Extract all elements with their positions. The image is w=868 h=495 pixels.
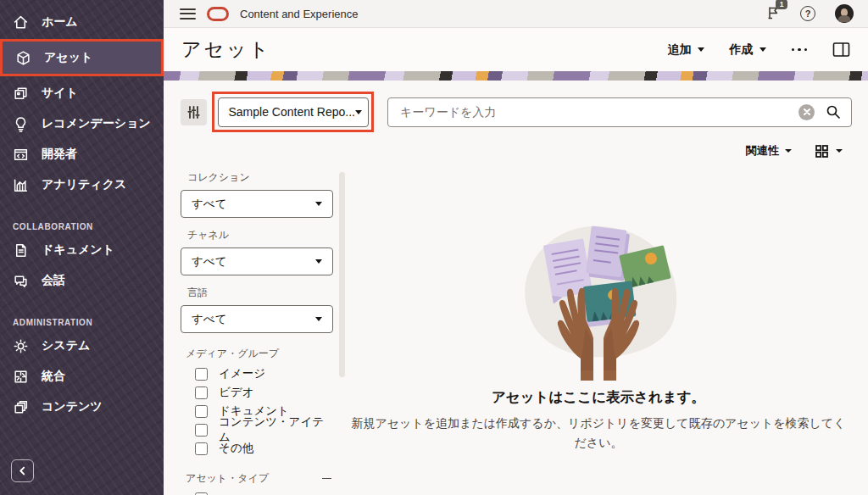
search-icon: [826, 104, 841, 120]
search-input[interactable]: [400, 105, 787, 119]
notifications-flag-icon[interactable]: 1: [765, 4, 781, 23]
sidebar-item-label: ホーム: [42, 14, 78, 30]
filter-label-channel: チャネル: [181, 228, 333, 242]
sidebar-item-content[interactable]: コンテンツ: [0, 392, 164, 422]
repository-select[interactable]: Sample Content Repo...: [218, 97, 369, 127]
sidebar-item-sites[interactable]: サイト: [0, 78, 164, 108]
sidebar-item-conversations[interactable]: 会話: [0, 265, 164, 296]
empty-state-illustration: [498, 201, 698, 381]
decorative-banner: [164, 71, 868, 81]
sidebar-section-administration: ADMINISTRATION: [0, 318, 164, 327]
checkbox[interactable]: [195, 387, 208, 399]
filter-group-media-group: メディア・グループ: [181, 347, 333, 361]
empty-state-description: 新規アセットを追加または作成するか、リポジトリを変更して既存のアセットを検索して…: [351, 414, 847, 453]
split-panel-icon: [832, 42, 850, 58]
help-icon[interactable]: ?: [800, 6, 815, 21]
sidebar-item-label: システム: [42, 338, 90, 353]
lightbulb-icon: [13, 116, 29, 132]
filter-panel-toggle-button[interactable]: [181, 99, 207, 125]
repository-value: Sample Content Repo...: [229, 105, 355, 119]
checkbox[interactable]: [195, 424, 208, 437]
sidebar-item-label: 会話: [42, 273, 65, 288]
sidebar-section-collaboration: COLLABORATION: [0, 222, 164, 231]
asset-toolbar: Sample Content Repo...: [181, 92, 852, 132]
user-avatar[interactable]: [835, 4, 854, 23]
sidebar-item-label: アナリティクス: [42, 177, 126, 192]
checkbox[interactable]: [195, 492, 208, 495]
home-icon: [13, 14, 29, 31]
sidebar-item-documents[interactable]: ドキュメント: [0, 235, 164, 265]
sidebar-item-analytics[interactable]: アナリティクス: [0, 170, 164, 200]
chat-bubbles-icon: [13, 273, 29, 289]
oracle-logo: [207, 7, 229, 21]
search-button[interactable]: [826, 104, 841, 120]
sidebar-item-label: ドキュメント: [42, 242, 114, 258]
collapse-section-button[interactable]: [320, 476, 333, 481]
chevron-down-icon: [315, 259, 322, 264]
search-bar: [387, 97, 852, 127]
gear-icon: [13, 338, 29, 354]
chevron-down-icon: [760, 47, 766, 52]
sidebar-item-assets[interactable]: アセット: [3, 42, 161, 74]
checkbox[interactable]: [195, 405, 208, 418]
sidebar-item-label: コンテンツ: [42, 399, 103, 414]
chevron-down-icon: [315, 317, 322, 321]
page-header: アセット 追加 作成: [164, 28, 868, 71]
checkbox-row[interactable]: イメージ: [181, 364, 333, 383]
minus-icon: [322, 478, 331, 480]
analytics-icon: [13, 177, 29, 193]
view-mode-dropdown[interactable]: [815, 144, 843, 159]
main-area: Content and Experience 1 ? アセット 追加: [164, 0, 868, 495]
filter-label-language: 言語: [181, 286, 333, 300]
side-panel-toggle-button[interactable]: [832, 42, 850, 58]
sidebar-item-integration[interactable]: 統合: [0, 361, 164, 392]
app-window: ホーム アセット サイト レコメンデーション: [0, 0, 868, 495]
sidebar: ホーム アセット サイト レコメンデーション: [0, 0, 164, 495]
language-select[interactable]: すべて: [181, 305, 333, 333]
filter-panel: コレクション すべて チャネル すべて 言語 すべて: [181, 160, 345, 495]
chevron-down-icon: [836, 149, 843, 153]
sliders-icon: [186, 105, 201, 120]
filter-group-asset-type: アセット・タイプ: [181, 471, 333, 486]
channel-select[interactable]: すべて: [181, 248, 333, 275]
hamburger-menu-icon[interactable]: [180, 8, 196, 19]
stacked-content-icon: [13, 399, 29, 415]
sidebar-item-recommendations[interactable]: レコメンデーション: [0, 108, 164, 139]
chevron-down-icon: [355, 110, 362, 114]
create-button[interactable]: 作成: [730, 42, 766, 58]
checkbox[interactable]: [195, 442, 208, 455]
sidebar-item-label: サイト: [42, 86, 78, 101]
grid-view-icon: [815, 144, 829, 159]
empty-state-title: アセットはここに表示されます。: [492, 388, 705, 407]
chevron-down-icon: [315, 202, 322, 206]
sidebar-item-label: アセット: [44, 50, 92, 65]
checkbox-row[interactable]: ビデオ: [181, 383, 333, 402]
add-button[interactable]: 追加: [668, 42, 704, 58]
integration-icon: [13, 369, 29, 385]
more-actions-button[interactable]: [792, 45, 808, 55]
collection-select[interactable]: すべて: [181, 190, 333, 218]
sidebar-item-label: 開発者: [42, 147, 77, 162]
sidebar-item-label: 統合: [42, 369, 65, 384]
sidebar-item-system[interactable]: システム: [0, 331, 164, 361]
app-title: Content and Experience: [240, 8, 358, 20]
sidebar-item-developer[interactable]: 開発者: [0, 139, 164, 170]
chevron-down-icon: [698, 47, 704, 52]
sort-dropdown[interactable]: 関連性: [746, 143, 792, 159]
sort-view-row: 関連性: [181, 143, 843, 159]
chevron-down-icon: [785, 149, 792, 153]
developer-icon: [13, 147, 29, 163]
checkbox-row[interactable]: Image: [181, 489, 333, 495]
header-actions: 1 ?: [765, 4, 854, 23]
global-header: Content and Experience 1 ?: [164, 0, 868, 28]
checkbox-row[interactable]: コンテンツ・アイテム: [181, 420, 333, 439]
content-body: コレクション すべて チャネル すべて 言語 すべて: [181, 160, 852, 495]
document-icon: [13, 242, 29, 259]
sidebar-item-label: レコメンデーション: [42, 116, 151, 131]
filter-panel-scrollbar[interactable]: [339, 172, 345, 377]
page-title: アセット: [181, 36, 271, 63]
sidebar-collapse-button[interactable]: [11, 459, 34, 482]
checkbox[interactable]: [195, 368, 208, 381]
sidebar-item-home[interactable]: ホーム: [0, 7, 164, 37]
clear-search-button[interactable]: [798, 104, 815, 120]
